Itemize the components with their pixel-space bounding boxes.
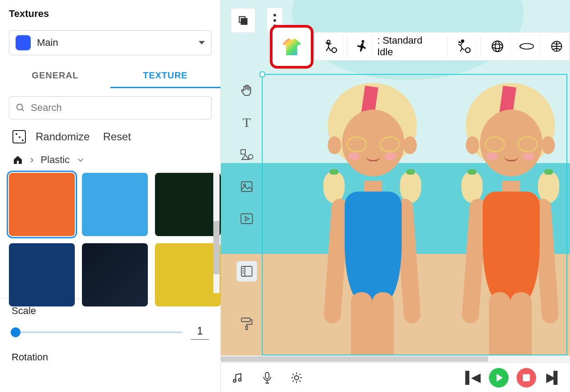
text-tool[interactable]: T <box>236 112 257 133</box>
microphone-icon <box>262 372 273 384</box>
svg-rect-3 <box>241 19 247 24</box>
panel-title: Textures <box>9 8 212 20</box>
panel-tool-selected[interactable] <box>236 261 257 282</box>
pose-gear-button[interactable] <box>318 35 343 58</box>
rotate-360-icon <box>519 41 535 52</box>
globe-icon <box>490 39 505 53</box>
canvas-hscrollbar-thumb[interactable] <box>221 356 488 362</box>
shapes-tool[interactable] <box>236 144 257 165</box>
image-icon <box>240 181 253 192</box>
svg-point-29 <box>239 378 241 381</box>
video-frame-tool[interactable] <box>236 208 257 229</box>
swatch-scrollbar-thumb[interactable] <box>213 221 220 274</box>
duplicate-button[interactable] <box>231 8 256 33</box>
svg-rect-27 <box>246 326 248 330</box>
tab-texture[interactable]: TEXTURE <box>110 64 221 88</box>
extra-globe-button[interactable] <box>544 35 570 58</box>
home-icon[interactable] <box>12 155 23 165</box>
svg-point-10 <box>492 44 503 49</box>
rotation-label: Rotation <box>12 351 209 363</box>
selection-rectangle[interactable] <box>262 74 567 355</box>
paint-roller-icon <box>240 317 253 331</box>
search-input-wrap[interactable] <box>9 96 212 119</box>
image-tool[interactable] <box>236 176 257 197</box>
chevron-down-icon[interactable] <box>77 156 85 164</box>
skip-end-icon: ▶▌ <box>546 371 560 384</box>
texture-slot-dropdown[interactable]: Main <box>9 30 212 55</box>
svg-rect-30 <box>265 372 269 379</box>
text-icon: T <box>243 115 251 130</box>
outfit-button-highlighted[interactable] <box>270 25 314 69</box>
person-gear-icon <box>323 39 338 54</box>
rotate-360-button[interactable] <box>514 35 540 58</box>
shapes-icon <box>240 149 253 160</box>
scale-value[interactable]: 1 <box>191 325 209 340</box>
svg-marker-20 <box>245 216 249 221</box>
runner-gear-icon <box>456 39 472 54</box>
skip-end-button[interactable]: ▶▌ <box>544 369 562 387</box>
search-icon <box>16 103 25 113</box>
mic-button[interactable] <box>258 369 276 387</box>
svg-rect-19 <box>241 214 252 224</box>
skip-start-icon: ▌◀ <box>465 371 479 384</box>
swatch-orange[interactable] <box>9 173 75 236</box>
svg-point-5 <box>332 48 337 53</box>
svg-line-1 <box>22 109 24 111</box>
svg-point-11 <box>495 41 500 52</box>
skip-start-button[interactable]: ▌◀ <box>463 369 481 387</box>
scale-label: Scale <box>12 305 209 317</box>
svg-point-12 <box>520 44 534 49</box>
svg-point-28 <box>233 380 236 382</box>
scale-slider-thumb[interactable] <box>11 327 20 337</box>
canvas-hscrollbar[interactable] <box>221 355 570 363</box>
reset-button[interactable]: Reset <box>103 131 131 143</box>
swatch-lightblue[interactable] <box>82 173 148 236</box>
search-input[interactable] <box>31 102 205 114</box>
svg-point-7 <box>461 40 464 42</box>
music-button[interactable] <box>229 369 247 387</box>
tshirt-rainbow-icon <box>282 38 301 55</box>
dropdown-label: Main <box>37 37 58 49</box>
svg-point-4 <box>327 40 330 43</box>
swatch-darkgreen[interactable] <box>155 173 221 236</box>
randomize-button[interactable]: Randomize <box>36 131 90 143</box>
music-icon <box>232 372 244 384</box>
dropdown-swatch <box>16 35 31 50</box>
panel-tabs: GENERAL TEXTURE <box>0 64 220 88</box>
svg-rect-14 <box>241 150 245 154</box>
selection-handle[interactable] <box>259 71 265 78</box>
svg-point-0 <box>17 104 23 110</box>
canvas-region: : Standard Idle T <box>221 0 570 392</box>
breadcrumb: › Plastic <box>12 154 220 166</box>
svg-point-31 <box>294 376 298 380</box>
animation-label[interactable]: : Standard Idle <box>375 35 444 58</box>
swatch-navy[interactable] <box>9 243 75 306</box>
svg-point-9 <box>492 41 503 52</box>
swatch-yellow[interactable] <box>155 243 221 306</box>
dice-icon[interactable] <box>12 130 26 143</box>
chevron-down-icon <box>199 41 205 45</box>
hand-icon <box>240 84 253 97</box>
animation-icon-button[interactable] <box>351 35 372 58</box>
svg-point-6 <box>362 40 364 43</box>
breadcrumb-category[interactable]: Plastic <box>41 154 69 166</box>
brightness-button[interactable] <box>288 369 305 387</box>
tab-general[interactable]: GENERAL <box>0 64 110 88</box>
svg-rect-26 <box>241 318 250 322</box>
swatch-black[interactable] <box>82 243 148 306</box>
globe-grid-icon <box>550 40 563 53</box>
canvas[interactable]: : Standard Idle T <box>221 0 570 363</box>
stop-button[interactable] <box>517 368 536 388</box>
pan-tool[interactable] <box>236 80 257 101</box>
canvas-vertical-toolbar: T <box>232 80 261 334</box>
video-frame-icon <box>240 213 253 225</box>
panel-icon <box>240 265 253 277</box>
scale-slider[interactable] <box>12 331 182 333</box>
view-globe-button[interactable] <box>484 35 510 58</box>
paint-tool[interactable] <box>236 314 257 334</box>
animation-settings-button[interactable] <box>451 35 477 58</box>
character-toolbar: : Standard Idle <box>314 32 570 61</box>
duplicate-icon <box>237 15 249 26</box>
texture-panel: Textures Main GENERAL TEXTURE Randomize … <box>0 0 221 392</box>
play-button[interactable] <box>489 368 509 388</box>
